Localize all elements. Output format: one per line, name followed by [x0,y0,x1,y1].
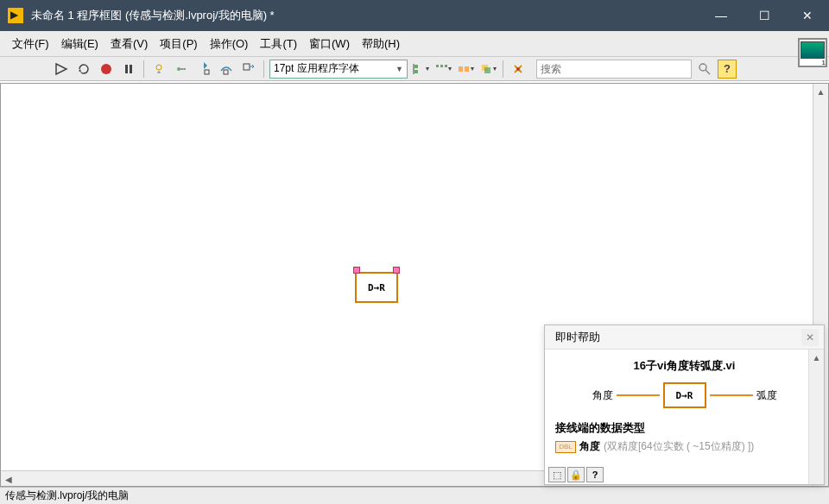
node-body: D→R [355,272,398,303]
help-body: 16子vi角度转弧度.vi 角度 D→R 弧度 接线端的数据类型 DBL 角度 … [545,350,824,463]
wire-icon [617,394,660,396]
svg-rect-13 [459,66,463,72]
svg-rect-6 [224,70,228,74]
search-box[interactable] [536,60,692,79]
help-footer: ⬚ 🔒 ? [545,465,607,484]
step-out-button[interactable] [239,60,258,79]
node-handle-left[interactable] [353,267,360,274]
menu-tools[interactable]: 工具(T) [255,33,302,55]
help-titlebar[interactable]: 即时帮助 ✕ [545,325,824,350]
reorder-button[interactable]: ▾ [478,60,497,79]
help-section-title: 接线端的数据类型 [555,420,813,436]
font-selector[interactable]: 17pt 应用程序字体 ▼ [269,60,408,79]
menu-edit[interactable]: 编辑(E) [56,33,104,55]
svg-rect-8 [414,65,418,68]
vi-icon-graphic [801,41,825,59]
titlebar: 未命名 1 程序框图 (传感与检测.lvproj/我的电脑) * — ☐ ✕ [0,0,829,31]
svg-rect-11 [440,65,443,67]
menubar: 文件(F) 编辑(E) 查看(V) 项目(P) 操作(O) 工具(T) 窗口(W… [0,31,829,57]
cleanup-button[interactable] [509,60,528,79]
svg-rect-7 [244,64,250,70]
help-output-label: 弧度 [756,388,777,403]
scroll-up-icon[interactable]: ▲ [813,84,828,99]
svg-point-4 [177,67,180,71]
svg-point-0 [101,64,111,74]
vi-icon-pane[interactable]: 1 [798,38,827,67]
help-datatype-name: 角度 [579,439,600,454]
svg-rect-12 [445,65,447,67]
svg-rect-10 [436,65,439,67]
wire-icon [710,394,753,396]
step-into-button[interactable] [194,60,213,79]
svg-point-3 [156,65,161,70]
close-button[interactable]: ✕ [786,0,829,31]
run-continuously-button[interactable] [74,60,93,79]
scroll-left-icon[interactable]: ◀ [1,471,16,487]
help-detail-button[interactable]: ? [586,467,604,482]
svg-rect-2 [130,65,132,73]
distribute-button[interactable]: ▾ [433,60,452,79]
window-title: 未命名 1 程序框图 (传感与检测.lvproj/我的电脑) * [31,8,699,23]
help-lock-button[interactable]: ⬚ [548,467,566,482]
node-handle-right[interactable] [393,267,400,274]
svg-rect-14 [465,66,469,72]
resize-button[interactable]: ▾ [456,60,475,79]
svg-rect-5 [205,70,209,74]
separator [143,60,144,78]
minimize-button[interactable]: — [699,0,743,31]
chevron-down-icon: ▼ [396,65,403,73]
abort-button[interactable] [97,60,116,79]
separator [263,60,264,78]
help-title-label: 即时帮助 [555,330,600,345]
run-button[interactable] [52,60,71,79]
separator [503,60,503,78]
dbl-type-icon: DBL [555,441,576,453]
help-close-button[interactable]: ✕ [801,329,819,346]
labview-icon [7,7,24,24]
maximize-button[interactable]: ☐ [743,0,786,31]
statusbar: 传感与检测.lvproj/我的电脑 [0,487,829,504]
step-over-button[interactable] [217,60,236,79]
pause-button[interactable] [119,60,138,79]
vi-terminal-number: 1 [822,59,826,66]
help-diagram: 角度 D→R 弧度 [555,382,813,408]
subvi-node[interactable]: D→R [355,272,398,306]
menu-help[interactable]: 帮助(H) [357,33,405,55]
menu-window[interactable]: 窗口(W) [304,33,355,55]
highlight-execution-button[interactable] [149,60,168,79]
help-icon[interactable]: ? [718,60,737,79]
search-icon[interactable] [695,60,714,79]
retain-wire-button[interactable] [172,60,191,79]
window-controls: — ☐ ✕ [699,0,829,31]
help-vi-name: 16子vi角度转弧度.vi [555,358,813,374]
svg-rect-1 [125,65,128,73]
menu-file[interactable]: 文件(F) [7,33,54,55]
help-datatype-row: DBL 角度 (双精度[64位实数 ( ~15位精度) ]) [555,439,813,454]
menu-operate[interactable]: 操作(O) [205,33,254,55]
help-node-icon: D→R [663,382,706,408]
status-path: 传感与检测.lvproj/我的电脑 [5,488,129,503]
help-lock-icon-button[interactable]: 🔒 [567,467,585,482]
menu-project[interactable]: 项目(P) [155,33,202,55]
svg-point-18 [699,64,706,71]
toolbar: 17pt 应用程序字体 ▼ ▾ ▾ ▾ ▾ ? [0,57,829,81]
svg-rect-16 [484,67,490,73]
help-input-label: 角度 [592,388,613,403]
menu-view[interactable]: 查看(V) [105,33,153,55]
align-button[interactable]: ▾ [411,60,430,79]
svg-point-17 [516,67,520,71]
font-label: 17pt 应用程序字体 [274,61,359,76]
svg-rect-9 [414,70,418,73]
context-help-panel: 即时帮助 ✕ ▲ 16子vi角度转弧度.vi 角度 D→R 弧度 接线端的数据类… [544,324,825,485]
help-datatype-desc: (双精度[64位实数 ( ~15位精度) ]) [604,439,754,454]
search-input[interactable] [541,63,687,75]
